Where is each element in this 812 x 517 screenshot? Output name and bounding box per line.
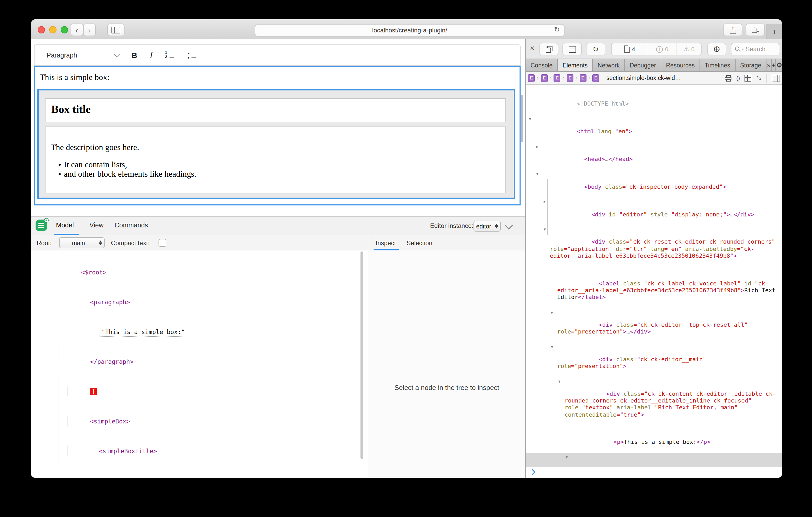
paintbrush-icon[interactable]: ✎ bbox=[756, 75, 762, 82]
source-code-icon[interactable]: ⟨⟩ bbox=[736, 74, 740, 82]
dom-tree-row[interactable]: <p>This is a simple box:</p> bbox=[526, 425, 782, 453]
minimize-window-icon[interactable] bbox=[49, 26, 57, 33]
dom-tree-row[interactable]: ▼ <div class="ck ck-editor__main" role="… bbox=[526, 342, 782, 377]
dom-tree-row[interactable]: ▶ <head>…</head> bbox=[526, 142, 782, 170]
reload-page-button[interactable]: ↻ bbox=[586, 43, 605, 55]
breadcrumb-item[interactable]: E › bbox=[552, 74, 564, 82]
warnings-badge[interactable]: ⚠ 0 bbox=[676, 43, 701, 55]
reload-icon[interactable]: ↻ bbox=[554, 26, 560, 33]
devtools-tab[interactable]: Debugger bbox=[625, 59, 661, 71]
tabs-overview-button[interactable] bbox=[746, 24, 765, 36]
chevron-down-icon bbox=[114, 52, 120, 58]
root-select[interactable]: main bbox=[59, 237, 105, 248]
details-sidebar-icon[interactable] bbox=[772, 74, 780, 82]
breadcrumb-item[interactable]: E › bbox=[564, 74, 577, 82]
description-list: It can contain lists,and other block ele… bbox=[46, 160, 505, 179]
inspector-tab[interactable]: View bbox=[89, 222, 104, 229]
new-tab-button[interactable]: + bbox=[766, 24, 782, 39]
disclosure-triangle-icon[interactable]: ▼ bbox=[544, 226, 546, 233]
dom-tree-row[interactable]: <!DOCTYPE html> bbox=[526, 87, 782, 115]
disclosure-triangle-icon[interactable]: ▶ bbox=[551, 309, 553, 316]
dom-tree-row[interactable]: ▼ <section class="simple-box ck-widget c… bbox=[526, 453, 782, 467]
model-tree-row[interactable]: </paragraph> bbox=[31, 347, 364, 377]
devtools-tab[interactable]: Network bbox=[593, 59, 625, 71]
model-tree-row[interactable]: <simpleBoxTitle> bbox=[31, 436, 364, 466]
collapse-inspector-icon[interactable] bbox=[506, 223, 512, 229]
dom-tree-row[interactable]: ▼ <div class="ck ck-reset ck-editor ck-r… bbox=[526, 225, 782, 266]
disclosure-triangle-icon[interactable]: ▶ bbox=[544, 199, 546, 206]
devtools-tab[interactable]: Resources bbox=[661, 59, 700, 71]
devtools-tab[interactable]: Timelines bbox=[700, 59, 735, 71]
bulleted-list-button[interactable] bbox=[187, 52, 197, 59]
grid-icon[interactable] bbox=[745, 75, 751, 82]
compact-text-checkbox[interactable] bbox=[158, 239, 166, 247]
rich-text-editor[interactable]: This is a simple box: Box title The desc… bbox=[34, 66, 521, 206]
printer-icon[interactable] bbox=[724, 75, 731, 81]
split-console-button[interactable] bbox=[562, 43, 582, 55]
bold-button[interactable]: B bbox=[132, 51, 137, 60]
inspector-controls-row: Root: main Compact text: bbox=[31, 235, 525, 250]
selected-element-breadcrumb[interactable]: section.simple-box.ck-wid… bbox=[606, 75, 681, 81]
disclosure-triangle-icon[interactable]: ▼ bbox=[566, 454, 568, 461]
dom-tree-row[interactable]: ▶ <div class="ck ck-editor__top ck-reset… bbox=[526, 308, 782, 342]
dom-tree-row[interactable]: ▼ <div class="ck ck-content ck-editor__e… bbox=[526, 377, 782, 425]
model-tree-row[interactable]: "This is a simple box:" bbox=[31, 317, 364, 347]
devtools-settings-button[interactable]: ⚙ bbox=[776, 59, 782, 71]
inspector-tab[interactable]: Model bbox=[56, 222, 74, 229]
more-tabs-button[interactable]: » bbox=[766, 59, 772, 71]
disclosure-triangle-icon[interactable]: ▼ bbox=[558, 378, 560, 385]
gear-icon: ⚙ bbox=[776, 61, 782, 69]
italic-button[interactable]: I bbox=[150, 51, 152, 60]
element-picker-button[interactable]: ⊕ bbox=[707, 43, 726, 55]
close-window-icon[interactable] bbox=[38, 26, 45, 33]
dom-tree-row[interactable]: <label class="ck ck-label ck-voice-label… bbox=[526, 266, 782, 308]
model-tree-row[interactable]: <$root> bbox=[31, 258, 364, 287]
devtools-tab[interactable]: Storage bbox=[735, 59, 766, 71]
box-title-text: Box title bbox=[46, 99, 505, 116]
simple-box-title-field[interactable]: Box title bbox=[45, 98, 506, 122]
disclosure-triangle-icon[interactable]: ▼ bbox=[536, 171, 539, 178]
disclosure-triangle-icon[interactable]: ▼ bbox=[551, 344, 553, 351]
share-button[interactable]: ↑ bbox=[723, 24, 743, 36]
inspector-tab[interactable]: Commands bbox=[115, 222, 148, 229]
breadcrumb-item[interactable]: E › bbox=[590, 74, 603, 82]
breadcrumb-item[interactable]: E › bbox=[526, 74, 539, 82]
disclosure-triangle-icon[interactable]: ▼ bbox=[529, 116, 531, 123]
dom-tree-row[interactable]: ▶ <div id="editor" style="display: none;… bbox=[526, 197, 782, 225]
devtools-search-field[interactable]: Search bbox=[731, 43, 780, 55]
breadcrumb-item[interactable]: E › bbox=[577, 74, 590, 82]
page-resources-badge[interactable]: 4 bbox=[612, 43, 648, 55]
address-bar[interactable]: localhost/creating-a-plugin/ ↻ bbox=[255, 24, 564, 37]
page-scrollbar[interactable] bbox=[521, 95, 523, 142]
back-button[interactable]: ‹ bbox=[70, 24, 83, 36]
model-tree-row[interactable]: <paragraph> bbox=[31, 287, 364, 317]
forward-button[interactable]: › bbox=[83, 24, 96, 36]
close-devtools-icon[interactable]: × bbox=[530, 44, 535, 52]
errors-badge[interactable]: ! 0 bbox=[648, 43, 676, 55]
model-tree-row[interactable]: [ bbox=[31, 377, 364, 407]
dom-tree-row[interactable]: ▼ <body class="ck-inspector-body-expande… bbox=[526, 170, 782, 197]
numbered-list-button[interactable]: 1 2 bbox=[165, 52, 174, 59]
dom-tree-row[interactable]: ▼ <html lang="en"> bbox=[526, 115, 782, 142]
devtools-tab[interactable]: Console bbox=[526, 59, 558, 71]
add-devtools-tab-button[interactable]: + bbox=[772, 59, 776, 71]
sidebar-button[interactable] bbox=[107, 24, 124, 36]
side-tab[interactable]: Inspect bbox=[376, 239, 396, 247]
quick-console[interactable] bbox=[526, 467, 782, 478]
disclosure-triangle-icon[interactable]: ▶ bbox=[536, 144, 539, 150]
simple-box-description-field[interactable]: The description goes here. It can contai… bbox=[45, 126, 506, 193]
breadcrumb-item[interactable]: E › bbox=[539, 74, 551, 82]
devtools-tab[interactable]: Elements bbox=[558, 59, 593, 71]
editor-instance-select[interactable]: editor bbox=[473, 221, 501, 232]
zoom-window-icon[interactable] bbox=[61, 26, 68, 33]
model-tree-row[interactable]: "Box title" bbox=[31, 466, 364, 478]
reload-icon: ↻ bbox=[592, 45, 599, 53]
simple-box-widget[interactable]: Box title The description goes here. It … bbox=[37, 89, 515, 199]
model-tree-row[interactable]: <simpleBox> bbox=[31, 407, 364, 436]
side-tab[interactable]: Selection bbox=[407, 239, 432, 247]
model-tree-scrollbar[interactable] bbox=[360, 251, 363, 459]
dock-side-button[interactable] bbox=[540, 43, 558, 55]
editor-paragraph[interactable]: This is a simple box: bbox=[40, 73, 110, 82]
heading-dropdown[interactable]: Paragraph bbox=[47, 52, 119, 59]
web-inspector: × ↻ 4 ! 0 bbox=[525, 39, 782, 478]
